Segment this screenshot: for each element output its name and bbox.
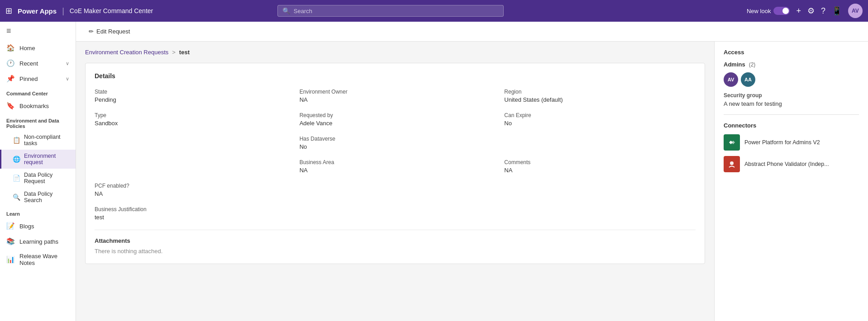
sidebar-env-request-label: Environment request [24,153,69,165]
sidebar-item-data-policy[interactable]: 📄 Data Policy Request [0,169,76,188]
env-request-icon: 🌐 [13,156,20,163]
command-center-section: Command Center [0,86,76,98]
sidebar-item-non-compliant[interactable]: 📋 Non-compliant tasks [0,131,76,150]
learn-section: Learn [0,207,76,218]
admin-avatar-aa[interactable]: AA [741,72,755,87]
non-compliant-icon: 📋 [13,137,20,144]
bookmarks-icon: 🔖 [6,102,15,110]
settings-icon[interactable]: ⚙ [807,6,815,16]
comments-label: Comments [504,159,696,165]
field-requested-by: Requested by Adele Vance [300,112,491,127]
breadcrumb-current: test [179,49,190,56]
sidebar-item-learning-paths[interactable]: 📚 Learning paths [0,234,76,249]
sidebar-item-home[interactable]: 🏠 Home [0,40,76,56]
action-bar: ✏ Edit Request [76,22,868,42]
data-policy-search-icon: 🔍 [13,194,20,201]
main-content: ✏ Edit Request Environment Creation Requ… [76,22,868,321]
details-panel: Details State Pending Environment Owner … [85,63,705,264]
attachments-section: Attachments There is nothing attached. [95,230,696,255]
connector-item-2: Abstract Phone Validator (Indep... [724,156,859,172]
connector-item-1: Power Platform for Admins V2 [724,134,859,151]
sidebar-item-pinned[interactable]: 📌 Pinned ∨ [0,71,76,86]
learning-icon: 📚 [6,237,15,245]
sidebar-item-bookmarks[interactable]: 🔖 Bookmarks [0,98,76,113]
help-icon[interactable]: ? [821,6,825,16]
justification-value: test [95,214,696,221]
details-grid: State Pending Environment Owner NA Regio… [95,89,696,174]
env-data-section: Environment and Data Policies [0,113,76,131]
pinned-chevron: ∨ [66,76,69,82]
sidebar-item-release-wave[interactable]: 📊 Release Wave Notes [0,249,76,270]
connector-icon-power-platform [724,134,740,151]
phone-icon[interactable]: 📱 [832,6,842,16]
field-can-expire: Can Expire No [504,112,696,127]
field-region: Region United States (default) [504,89,696,103]
sidebar-item-env-request[interactable]: 🌐 Environment request [0,150,76,169]
grid-icon[interactable]: ⊞ [5,6,12,16]
connectors-section: Connectors Power Platform for Admins V2 [724,122,859,172]
field-empty [95,136,286,150]
search-input[interactable] [294,8,499,14]
home-icon: 🏠 [6,44,15,52]
edit-request-button[interactable]: ✏ Edit Request [85,26,134,37]
blogs-icon: 📝 [6,222,15,230]
pin-icon: 📌 [6,75,15,83]
right-panel: Access Admins (2) AV AA Security group A… [714,42,868,321]
admins-label: Admins [724,61,745,68]
env-owner-label: Environment Owner [300,89,491,95]
type-value: Sandbox [95,120,286,127]
details-title: Details [95,72,696,80]
sidebar-pinned-label: Pinned [19,76,38,82]
sidebar-item-recent[interactable]: 🕐 Recent ∨ [0,56,76,71]
field-business-area: Business Area NA [300,159,491,174]
field-env-owner: Environment Owner NA [300,89,491,103]
search-bar[interactable]: 🔍 [277,5,504,17]
sidebar-learning-paths-label: Learning paths [19,238,58,245]
field-state: State Pending [95,89,286,103]
comments-value: NA [504,167,696,174]
top-navigation: ⊞ Power Apps | CoE Maker Command Center … [0,0,868,22]
can-expire-label: Can Expire [504,112,696,118]
region-label: Region [504,89,696,95]
security-group-label: Security group [724,92,859,99]
sidebar-toggle[interactable]: ≡ [0,22,76,40]
security-group-section: Security group A new team for testing [724,92,859,107]
svg-point-0 [730,161,734,165]
admin-avatar-av[interactable]: AV [724,72,738,87]
state-label: State [95,89,286,95]
sidebar-item-data-policy-search[interactable]: 🔍 Data Policy Search [0,188,76,207]
region-value: United States (default) [504,96,696,103]
app-name[interactable]: Power Apps [18,7,57,15]
data-policy-icon: 📄 [13,175,20,182]
breadcrumb-parent[interactable]: Environment Creation Requests [85,49,168,56]
has-dataverse-value: No [300,143,491,150]
sidebar-data-policy-search-label: Data Policy Search [24,191,69,203]
business-area-label: Business Area [300,159,491,165]
connector-1-name: Power Platform for Admins V2 [744,139,820,146]
field-type: Type Sandbox [95,112,286,127]
breadcrumb-separator: > [172,49,176,56]
attachments-title: Attachments [95,237,696,244]
admins-count: (2) [749,61,756,68]
user-avatar[interactable]: AV [848,4,863,18]
sidebar-item-blogs[interactable]: 📝 Blogs [0,218,76,234]
new-look-toggle-container: New look [747,7,790,15]
field-has-dataverse: Has Dataverse No [300,136,491,150]
field-empty2 [504,136,696,150]
type-label: Type [95,112,286,118]
sidebar-release-wave-label: Release Wave Notes [19,253,69,266]
connector-icon-abstract [724,156,740,172]
right-divider [724,114,859,115]
connector-2-name: Abstract Phone Validator (Indep... [744,161,829,167]
business-area-value: NA [300,167,491,174]
add-icon[interactable]: + [796,6,801,16]
justification-section: Business Justification test [95,206,696,221]
recent-icon: 🕐 [6,59,15,67]
sidebar: ≡ 🏠 Home 🕐 Recent ∨ 📌 Pinned ∨ Command C… [0,22,76,321]
content-area: Environment Creation Requests > test Det… [76,42,868,321]
pcf-label: PCF enabled? [95,183,696,189]
field-comments: Comments NA [504,159,696,174]
new-look-toggle[interactable] [773,7,790,15]
sidebar-home-label: Home [19,45,35,52]
edit-label: Edit Request [96,28,130,35]
